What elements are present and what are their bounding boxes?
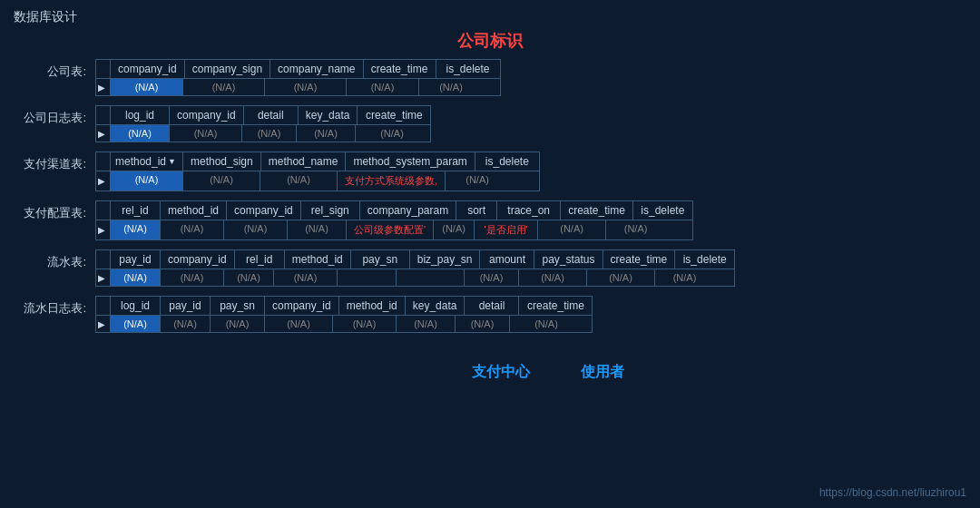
col-header-2-4: is_delete [475, 152, 539, 171]
col-header-4-9: is_delete [675, 250, 734, 269]
col-body-5-6: (N/A) [456, 316, 510, 332]
col-header-4-1: company_id [161, 250, 235, 269]
col-header-4-2: rel_id [235, 250, 285, 269]
col-header-3-1: method_id [161, 201, 227, 220]
col-body-2-3: 支付方式系统级参数, [338, 171, 446, 190]
db-table-2: method_id▼method_signmethod_namemethod_s… [95, 151, 540, 191]
db-table-1: log_idcompany_iddetailkey_datacreate_tim… [95, 105, 431, 142]
col-header-5-6: detail [465, 297, 519, 315]
col-body-4-9: (N/A) [655, 269, 714, 286]
col-header-3-6: trace_on [497, 201, 561, 220]
col-body-5-4: (N/A) [333, 316, 397, 332]
col-header-3-0: rel_id [111, 201, 161, 220]
col-header-5-3: company_id [265, 297, 339, 315]
table-label-3: 支付配置表: [14, 200, 95, 221]
col-body-4-4 [338, 269, 397, 286]
col-header-3-2: company_id [227, 201, 301, 220]
table-label-1: 公司日志表: [14, 105, 95, 126]
col-body-0-3: (N/A) [347, 79, 419, 95]
db-table-4: pay_idcompany_idrel_idmethod_idpay_snbiz… [95, 249, 735, 287]
col-header-5-7: create_time [519, 297, 592, 315]
col-body-5-1: (N/A) [161, 316, 211, 332]
table-section-4: 流水表:pay_idcompany_idrel_idmethod_idpay_s… [14, 249, 966, 287]
col-body-4-1: (N/A) [161, 269, 224, 286]
col-body-4-2: (N/A) [224, 269, 274, 286]
col-header-4-8: create_time [603, 250, 676, 269]
col-body-4-7: (N/A) [519, 269, 587, 286]
col-header-3-3: rel_sign [301, 201, 360, 220]
table-label-4: 流水表: [14, 249, 95, 270]
col-body-2-0: (N/A) [111, 171, 183, 190]
col-body-0-2: (N/A) [265, 79, 347, 95]
page-title: 数据库设计 [0, 0, 980, 30]
col-body-1-4: (N/A) [356, 125, 428, 142]
pay-center-label: 支付中心 [472, 363, 530, 382]
col-body-0-4: (N/A) [419, 79, 483, 95]
db-table-3: rel_idmethod_idcompany_idrel_signcompany… [95, 200, 693, 240]
col-header-4-6: amount [480, 250, 534, 269]
col-header-1-2: detail [244, 106, 299, 124]
col-body-5-2: (N/A) [211, 316, 265, 332]
table-section-0: 公司表:company_idcompany_signcompany_namecr… [14, 59, 966, 96]
col-header-3-4: company_param [360, 201, 456, 220]
col-header-4-0: pay_id [111, 250, 161, 269]
company-sign-label: 公司标识 [0, 30, 980, 52]
col-header-3-8: is_delete [633, 201, 692, 220]
col-body-3-1: (N/A) [161, 220, 224, 239]
col-body-5-7: (N/A) [510, 316, 583, 332]
col-body-1-3: (N/A) [297, 125, 356, 142]
main-content: 公司表:company_idcompany_signcompany_namecr… [0, 59, 980, 333]
col-body-4-5 [397, 269, 465, 286]
col-header-2-1: method_sign [183, 152, 261, 171]
col-header-1-3: key_data [299, 106, 358, 124]
col-header-5-1: pay_id [161, 297, 211, 315]
col-body-3-0: (N/A) [111, 220, 161, 239]
col-body-1-2: (N/A) [242, 125, 297, 142]
col-body-3-3: (N/A) [288, 220, 347, 239]
col-header-0-1: company_sign [185, 60, 270, 78]
col-body-5-5: (N/A) [397, 316, 456, 332]
col-header-0-4: is_delete [436, 60, 500, 78]
col-header-4-5: biz_pay_sn [410, 250, 481, 269]
col-body-4-8: (N/A) [587, 269, 655, 286]
col-header-2-0: method_id▼ [111, 152, 183, 171]
table-section-5: 流水日志表:log_idpay_idpay_sncompany_idmethod… [14, 296, 966, 333]
table-label-2: 支付渠道表: [14, 151, 95, 172]
col-body-3-4: 公司级参数配置' [347, 220, 434, 239]
col-header-0-0: company_id [111, 60, 185, 78]
col-header-1-4: create_time [358, 106, 430, 124]
col-header-3-5: sort [456, 201, 497, 220]
col-header-2-3: method_system_param [346, 152, 475, 171]
col-header-1-0: log_id [111, 106, 170, 124]
col-body-2-1: (N/A) [183, 171, 260, 190]
col-header-0-3: create_time [364, 60, 436, 78]
db-table-0: company_idcompany_signcompany_namecreate… [95, 59, 501, 96]
db-table-5: log_idpay_idpay_sncompany_idmethod_idkey… [95, 296, 593, 333]
col-body-3-5: (N/A) [434, 220, 475, 239]
col-body-1-1: (N/A) [170, 125, 242, 142]
user-label: 使用者 [581, 363, 624, 382]
table-label-5: 流水日志表: [14, 296, 95, 317]
col-header-4-3: method_id [285, 250, 351, 269]
col-body-2-2: (N/A) [260, 171, 338, 190]
col-body-4-3: (N/A) [274, 269, 338, 286]
watermark: https://blog.csdn.net/liuzhirou1 [819, 486, 966, 499]
col-body-5-0: (N/A) [111, 316, 161, 332]
col-header-5-5: key_data [406, 297, 466, 315]
col-header-2-2: method_name [261, 152, 347, 171]
col-body-4-6: (N/A) [465, 269, 519, 286]
table-section-1: 公司日志表:log_idcompany_iddetailkey_datacrea… [14, 105, 966, 142]
col-header-4-4: pay_sn [351, 250, 410, 269]
col-header-4-7: pay_status [534, 250, 603, 269]
col-body-3-6: '是否启用' [475, 220, 538, 239]
col-header-5-4: method_id [339, 297, 406, 315]
col-body-4-0: (N/A) [111, 269, 161, 286]
col-header-5-2: pay_sn [211, 297, 265, 315]
col-body-3-2: (N/A) [224, 220, 288, 239]
table-label-0: 公司表: [14, 59, 95, 80]
col-body-0-1: (N/A) [183, 79, 265, 95]
table-section-2: 支付渠道表:method_id▼method_signmethod_nameme… [14, 151, 966, 191]
col-body-3-8: (N/A) [606, 220, 665, 239]
col-header-1-1: company_id [170, 106, 244, 124]
table-section-3: 支付配置表:rel_idmethod_idcompany_idrel_signc… [14, 200, 966, 240]
